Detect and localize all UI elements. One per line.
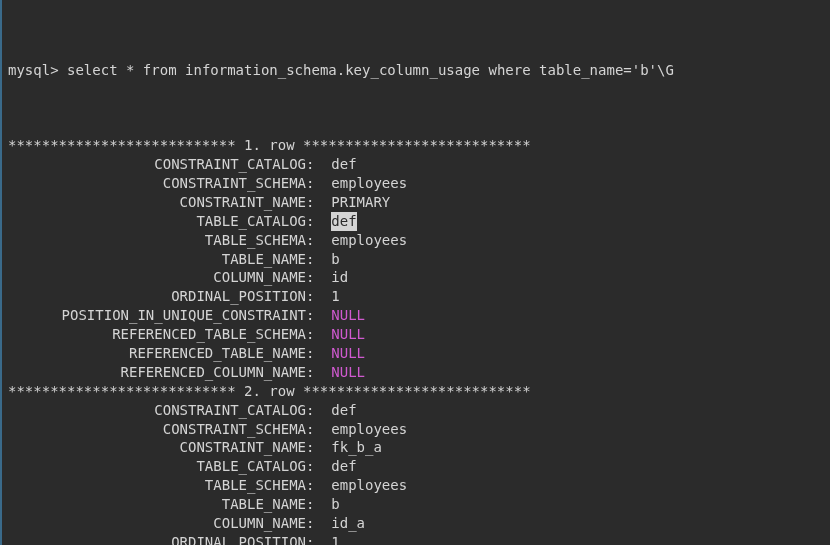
field-value: PRIMARY bbox=[331, 193, 390, 212]
result-field: CONSTRAINT_SCHEMA: employees bbox=[8, 420, 824, 439]
field-value: b bbox=[331, 495, 339, 514]
field-key: TABLE_NAME bbox=[8, 250, 306, 269]
mysql-prompt: mysql> bbox=[8, 62, 59, 78]
result-field: TABLE_SCHEMA: employees bbox=[8, 231, 824, 250]
field-colon: : bbox=[306, 457, 331, 476]
field-value: def bbox=[331, 401, 356, 420]
field-key: POSITION_IN_UNIQUE_CONSTRAINT bbox=[8, 306, 306, 325]
result-field: ORDINAL_POSITION: 1 bbox=[8, 287, 824, 306]
prompt-line: mysql> select * from information_schema.… bbox=[8, 61, 824, 80]
field-key: REFERENCED_TABLE_NAME bbox=[8, 344, 306, 363]
field-value: NULL bbox=[331, 306, 365, 325]
field-colon: : bbox=[306, 420, 331, 439]
field-value: NULL bbox=[331, 325, 365, 344]
field-key: TABLE_NAME bbox=[8, 495, 306, 514]
field-colon: : bbox=[306, 212, 331, 231]
result-field: COLUMN_NAME: id bbox=[8, 268, 824, 287]
field-colon: : bbox=[306, 155, 331, 174]
result-field: TABLE_CATALOG: def bbox=[8, 457, 824, 476]
field-key: ORDINAL_POSITION bbox=[8, 287, 306, 306]
field-colon: : bbox=[306, 495, 331, 514]
field-colon: : bbox=[306, 401, 331, 420]
result-field: REFERENCED_TABLE_NAME: NULL bbox=[8, 344, 824, 363]
result-field: ORDINAL_POSITION: 1 bbox=[8, 533, 824, 545]
field-value: employees bbox=[331, 420, 407, 439]
result-field: POSITION_IN_UNIQUE_CONSTRAINT: NULL bbox=[8, 306, 824, 325]
field-key: CONSTRAINT_NAME bbox=[8, 438, 306, 457]
row-separator: *************************** 2. row *****… bbox=[8, 382, 824, 401]
result-field: TABLE_NAME: b bbox=[8, 250, 824, 269]
field-colon: : bbox=[306, 287, 331, 306]
field-value: def bbox=[331, 155, 356, 174]
result-field: TABLE_CATALOG: def bbox=[8, 212, 824, 231]
field-value: def bbox=[331, 457, 356, 476]
field-key: COLUMN_NAME bbox=[8, 268, 306, 287]
field-value: fk_b_a bbox=[331, 438, 382, 457]
field-key: CONSTRAINT_CATALOG bbox=[8, 401, 306, 420]
field-value: b bbox=[331, 250, 339, 269]
field-value: NULL bbox=[331, 363, 365, 382]
field-value: def bbox=[331, 212, 356, 231]
sql-query: select * from information_schema.key_col… bbox=[67, 62, 674, 78]
field-colon: : bbox=[306, 514, 331, 533]
result-field: COLUMN_NAME: id_a bbox=[8, 514, 824, 533]
field-colon: : bbox=[306, 231, 331, 250]
result-field: REFERENCED_COLUMN_NAME: NULL bbox=[8, 363, 824, 382]
field-value: employees bbox=[331, 476, 407, 495]
field-value: employees bbox=[331, 174, 407, 193]
result-field: REFERENCED_TABLE_SCHEMA: NULL bbox=[8, 325, 824, 344]
field-colon: : bbox=[306, 174, 331, 193]
result-field: TABLE_NAME: b bbox=[8, 495, 824, 514]
field-colon: : bbox=[306, 250, 331, 269]
field-value: employees bbox=[331, 231, 407, 250]
field-value: 1 bbox=[331, 287, 339, 306]
field-key: TABLE_CATALOG bbox=[8, 212, 306, 231]
result-field: TABLE_SCHEMA: employees bbox=[8, 476, 824, 495]
field-key: CONSTRAINT_SCHEMA bbox=[8, 174, 306, 193]
field-key: REFERENCED_TABLE_SCHEMA bbox=[8, 325, 306, 344]
field-value: id_a bbox=[331, 514, 365, 533]
field-colon: : bbox=[306, 268, 331, 287]
result-field: CONSTRAINT_NAME: PRIMARY bbox=[8, 193, 824, 212]
field-key: TABLE_SCHEMA bbox=[8, 231, 306, 250]
terminal-output[interactable]: mysql> select * from information_schema.… bbox=[8, 4, 824, 545]
field-colon: : bbox=[306, 193, 331, 212]
field-key: CONSTRAINT_SCHEMA bbox=[8, 420, 306, 439]
field-value: 1 bbox=[331, 533, 339, 545]
field-value: NULL bbox=[331, 344, 365, 363]
field-key: COLUMN_NAME bbox=[8, 514, 306, 533]
result-field: CONSTRAINT_CATALOG: def bbox=[8, 401, 824, 420]
field-colon: : bbox=[306, 363, 331, 382]
row-separator: *************************** 1. row *****… bbox=[8, 136, 824, 155]
field-colon: : bbox=[306, 325, 331, 344]
field-colon: : bbox=[306, 344, 331, 363]
field-key: TABLE_SCHEMA bbox=[8, 476, 306, 495]
result-field: CONSTRAINT_NAME: fk_b_a bbox=[8, 438, 824, 457]
field-key: REFERENCED_COLUMN_NAME bbox=[8, 363, 306, 382]
field-key: TABLE_CATALOG bbox=[8, 457, 306, 476]
field-key: ORDINAL_POSITION bbox=[8, 533, 306, 545]
result-field: CONSTRAINT_CATALOG: def bbox=[8, 155, 824, 174]
field-colon: : bbox=[306, 476, 331, 495]
field-value: id bbox=[331, 268, 348, 287]
field-colon: : bbox=[306, 306, 331, 325]
field-colon: : bbox=[306, 533, 331, 545]
result-field: CONSTRAINT_SCHEMA: employees bbox=[8, 174, 824, 193]
field-colon: : bbox=[306, 438, 331, 457]
field-key: CONSTRAINT_NAME bbox=[8, 193, 306, 212]
field-key: CONSTRAINT_CATALOG bbox=[8, 155, 306, 174]
